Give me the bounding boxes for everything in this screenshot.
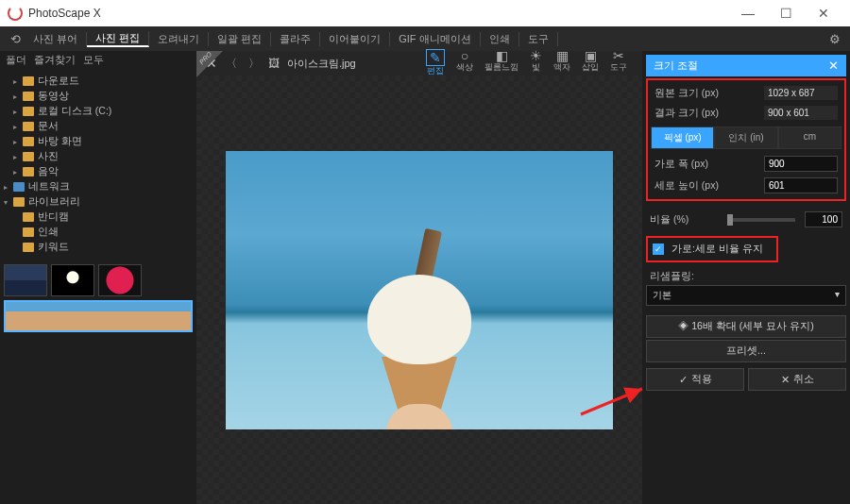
thumbnail[interactable] [98,264,142,296]
result-size-label: 결과 크기 (px) [654,107,760,120]
tab-tools[interactable]: 도구 [519,32,558,46]
canvas-tool-5[interactable]: ▣삽입 [576,49,604,77]
canvas-tool-2[interactable]: ◧필름느낌 [479,49,524,77]
tab-print[interactable]: 인쇄 [481,32,519,46]
tab-combine[interactable]: 이어붙이기 [320,32,390,46]
thumbnail[interactable] [51,264,94,296]
app-logo-icon [8,6,23,21]
photo-preview [226,151,613,429]
tree-item[interactable]: ▸로컬 디스크 (C:) [0,104,196,119]
panel-title: 크기 조절 [654,59,698,73]
minimize-button[interactable]: — [729,6,767,21]
sidebar-tab-folder[interactable]: 폴더 [6,53,26,68]
original-size-value: 1029 x 687 [764,86,838,100]
tab-editor[interactable]: 사진 편집 [87,31,149,47]
tab-cutout[interactable]: 오려내기 [149,32,209,46]
tab-gif[interactable]: GIF 애니메이션 [390,32,480,46]
unit-cm-button[interactable]: cm [778,126,842,149]
tree-item[interactable]: 키워드 [0,240,196,255]
tree-item[interactable]: ▸문서 [0,119,196,134]
aspect-lock-label: 가로:세로 비율 유지 [672,243,763,256]
main-toolbar: ⟲ 사진 뷰어 사진 편집 오려내기 일괄 편집 콜라주 이어붙이기 GIF 애… [0,26,850,51]
tree-item[interactable]: ▸다운로드 [0,74,196,89]
canvas-tool-3[interactable]: ☀빛 [524,49,548,77]
tree-item[interactable]: ▸동영상 [0,89,196,104]
tab-viewer[interactable]: 사진 뷰어 [25,32,87,46]
tree-item[interactable]: ▸바탕 화면 [0,134,196,149]
close-button[interactable]: ✕ [805,6,842,21]
unit-in-button[interactable]: 인치 (in) [714,126,777,149]
aspect-lock-checkbox[interactable]: ✓ 가로:세로 비율 유지 [651,241,774,258]
canvas-tool-0[interactable]: ✎편집 [420,49,450,77]
sidebar-tab-favorites[interactable]: 즐겨찾기 [34,53,76,68]
resize-panel: 크기 조절 ✕ 원본 크기 (px) 1029 x 687 결과 크기 (px)… [642,51,850,504]
thumbnail-strip [0,259,196,338]
height-input[interactable] [764,177,838,193]
resample-select[interactable]: 기본 ▾ [646,285,846,306]
x-icon: ✕ [781,374,790,385]
panel-close-icon[interactable]: ✕ [828,59,839,73]
tree-item[interactable]: ▸사진 [0,149,196,164]
height-label: 세로 높이 (px) [654,179,760,193]
app-title: PhotoScape X [28,7,729,20]
canvas-tool-1[interactable]: ○색상 [450,49,479,77]
width-label: 가로 폭 (px) [654,158,760,171]
file-tree: ▸다운로드▸동영상▸로컬 디스크 (C:)▸문서▸바탕 화면▸사진▸음악▸네트워… [0,70,196,259]
original-size-label: 원본 크기 (px) [654,87,760,100]
resample-label: 리샘플링: [646,268,846,285]
tree-item[interactable]: 인쇄 [0,225,196,240]
diamond-icon: ◈ [678,320,688,331]
unit-px-button[interactable]: 픽셀 (px) [651,126,714,149]
filename: 아이스크림.jpg [287,57,356,71]
sidebar-tab-all[interactable]: 모두 [83,53,104,68]
image-viewport[interactable] [196,76,642,504]
thumbnail-selected[interactable] [4,300,193,332]
next-button[interactable]: 〉 [246,56,263,72]
cancel-button[interactable]: ✕ 취소 [748,368,846,391]
sidebar: 폴더 즐겨찾기 모두 ▸다운로드▸동영상▸로컬 디스크 (C:)▸문서▸바탕 화… [0,51,196,504]
apply-button[interactable]: ✓ 적용 [646,368,744,391]
tree-item[interactable]: ▸음악 [0,164,196,179]
zoom16-button[interactable]: ◈ 16배 확대 (세부 묘사 유지) [646,315,846,338]
file-icon: 🖼 [268,57,280,70]
result-size-value: 900 x 601 [764,106,838,120]
tab-batch[interactable]: 일괄 편집 [209,32,271,46]
chevron-down-icon: ▾ [835,289,840,302]
pro-badge: PRO [196,51,223,77]
check-icon: ✓ [653,244,664,255]
maximize-button[interactable]: ☐ [767,6,805,21]
canvas-tool-4[interactable]: ▦액자 [548,49,576,77]
ratio-label: 비율 (%) [650,213,718,227]
search-icon[interactable]: ⟲ [6,32,25,46]
tree-item[interactable]: ▸네트워크 [0,179,196,194]
panel-header: 크기 조절 ✕ [646,55,846,76]
canvas-area: ✕ 〈 〉 🖼 아이스크림.jpg ✎편집○색상◧필름느낌☀빛▦액자▣삽입✂도구… [196,51,642,504]
prev-button[interactable]: 〈 [223,56,240,72]
tree-item[interactable]: ▾라이브러리 [0,194,196,210]
tab-collage[interactable]: 콜라주 [271,32,320,46]
canvas-tool-6[interactable]: ✂도구 [604,49,633,77]
thumbnail[interactable] [4,264,47,296]
ratio-input[interactable] [805,211,842,227]
titlebar: PhotoScape X — ☐ ✕ [0,0,850,26]
ratio-slider[interactable] [727,218,795,222]
tree-item[interactable]: 반디캠 [0,210,196,225]
check-icon: ✓ [679,374,688,385]
preset-button[interactable]: 프리셋... [646,340,846,362]
gear-icon[interactable]: ⚙ [825,32,844,46]
width-input[interactable] [764,156,838,172]
size-info-highlight: 원본 크기 (px) 1029 x 687 결과 크기 (px) 900 x 6… [646,78,846,201]
